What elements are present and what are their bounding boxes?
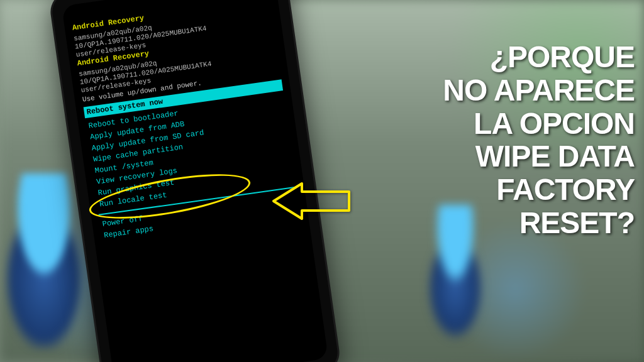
- title-line-4: WIPE DATA: [440, 140, 635, 173]
- title-line-6: RESET?: [440, 207, 635, 240]
- title-line-3: LA OPCION: [440, 107, 635, 141]
- title-line-1: ¿PORQUE: [440, 41, 635, 74]
- phone-screen: Android Recovery samsung/a02qub/a02q 10/…: [62, 0, 328, 362]
- title-line-2: NO APARECE: [440, 74, 635, 107]
- title-line-5: FACTORY: [440, 173, 635, 207]
- thumbnail-title-text: ¿PORQUE NO APARECE LA OPCION WIPE DATA F…: [440, 41, 635, 240]
